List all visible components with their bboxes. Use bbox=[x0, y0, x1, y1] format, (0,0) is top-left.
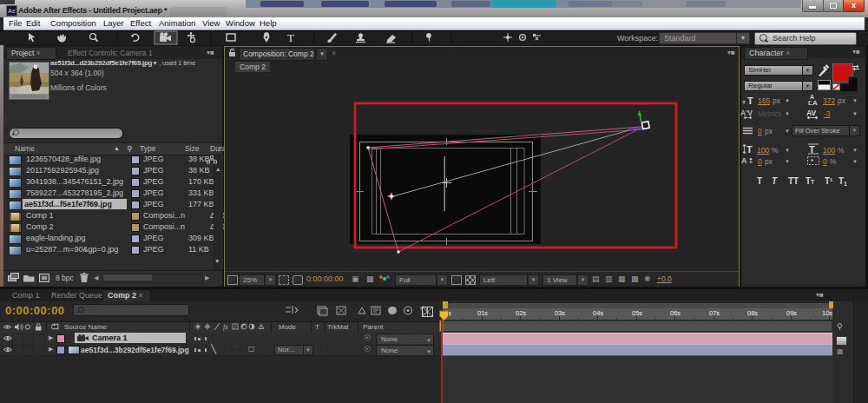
svg-text:T: T bbox=[809, 144, 815, 155]
svg-text:A: A bbox=[741, 156, 747, 165]
svg-text:T: T bbox=[746, 144, 753, 155]
svg-text:AV: AV bbox=[806, 109, 817, 117]
svg-text:A′V: A′V bbox=[740, 109, 753, 117]
svg-text:*: * bbox=[811, 157, 814, 165]
svg-text:ĽA: ĽA bbox=[808, 99, 818, 106]
svg-text:T: T bbox=[747, 96, 753, 105]
svg-text:т: т bbox=[742, 98, 746, 105]
svg-text:fx: fx bbox=[223, 323, 228, 331]
svg-text:T: T bbox=[287, 31, 294, 44]
